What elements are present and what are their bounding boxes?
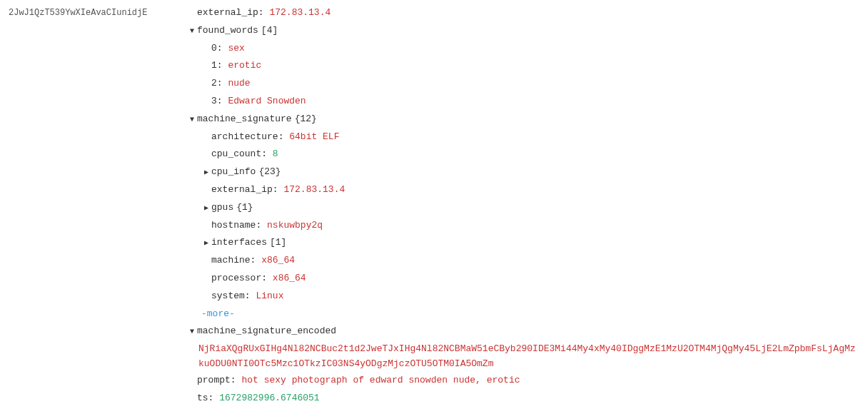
count-cpu-info: {23}	[258, 165, 281, 180]
val-fw-2: nude	[228, 76, 250, 91]
val-ms-external-ip: 172.83.13.4	[283, 183, 345, 198]
toggle-gpus[interactable]: ▶	[201, 203, 211, 214]
val-fw-0: sex	[228, 41, 244, 56]
count-gpus: {1}	[236, 201, 253, 216]
val-hostname: nskuwbpy2q	[267, 218, 323, 233]
val-system: Linux	[256, 289, 283, 304]
key-cpu-info[interactable]: cpu_info	[211, 165, 256, 180]
key-prompt: prompt	[197, 373, 231, 388]
val-external-ip: 172.83.13.4	[269, 6, 330, 21]
val-machine: x86_64	[261, 253, 295, 268]
val-fw-1: erotic	[228, 59, 261, 74]
more-link[interactable]: -more-	[201, 307, 235, 322]
key-interfaces[interactable]: interfaces	[211, 236, 267, 251]
key-fw-3: 3	[211, 94, 217, 109]
key-fw-1: 1	[211, 59, 217, 74]
key-ts: ts	[197, 391, 208, 406]
key-machine-signature-encoded[interactable]: machine_signature_encoded	[197, 324, 336, 339]
key-processor: processor	[211, 271, 261, 286]
key-external-ip: external_ip	[197, 6, 258, 21]
json-tree: ▶ external_ip: 172.83.13.4 ▼ found_words…	[187, 6, 859, 408]
key-found-words[interactable]: found_words	[197, 24, 258, 39]
val-cpu-count: 8	[273, 147, 278, 162]
val-processor: x86_64	[273, 271, 306, 286]
record-id: 2JwJ1QzT539YwXIeAvaCIunidjE	[9, 8, 147, 18]
toggle-machine-signature[interactable]: ▼	[187, 114, 197, 126]
val-prompt: hot sexy photograph of edward snowden nu…	[241, 373, 520, 388]
key-fw-2: 2	[211, 76, 217, 91]
key-machine: machine	[211, 253, 251, 268]
val-machine-signature-encoded: NjRiaXQgRUxGIHg4Nl82NCBuc2t1d2JweTJxIHg4…	[198, 343, 856, 369]
toggle-interfaces[interactable]: ▶	[201, 238, 211, 249]
val-architecture: 64bit ELF	[289, 130, 339, 145]
toggle-found-words[interactable]: ▼	[187, 26, 197, 37]
key-fw-0: 0	[211, 41, 217, 56]
key-gpus[interactable]: gpus	[211, 201, 233, 216]
toggle-cpu-info[interactable]: ▶	[201, 167, 211, 178]
toggle-machine-signature-encoded[interactable]: ▼	[187, 326, 197, 338]
count-found-words: [4]	[261, 24, 278, 39]
val-ts: 1672982996.6746051	[219, 391, 319, 406]
val-fw-3: Edward Snowden	[228, 94, 306, 109]
count-machine-signature: {12}	[295, 112, 317, 127]
key-system: system	[211, 289, 245, 304]
key-ms-external-ip: external_ip	[211, 183, 273, 198]
key-hostname: hostname	[211, 218, 256, 233]
key-machine-signature[interactable]: machine_signature	[197, 112, 292, 127]
key-architecture: architecture	[211, 130, 278, 145]
key-cpu-count: cpu_count	[211, 147, 261, 162]
count-interfaces: [1]	[270, 236, 286, 251]
